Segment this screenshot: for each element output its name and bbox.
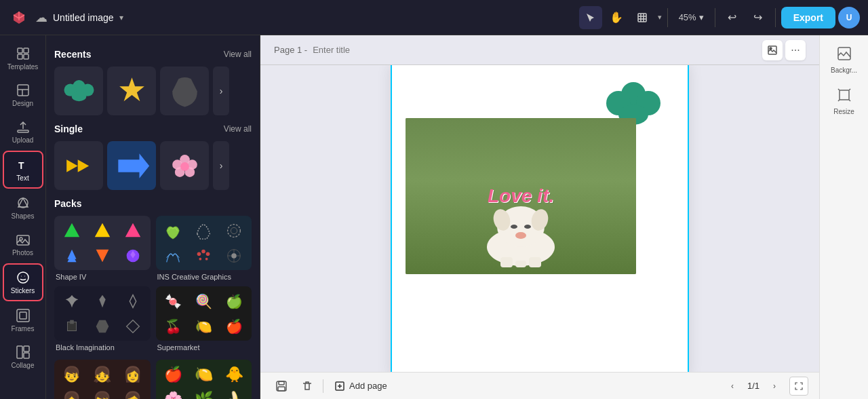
sticker-single-1[interactable] [54,141,103,190]
sidebar-item-label: Design [12,100,33,107]
canvas-photo[interactable]: Love it. [406,118,636,274]
pack-shape-iv[interactable]: Shape IV [54,216,151,281]
recents-scroll-arrow[interactable]: › [213,66,229,115]
canvas-love-text[interactable]: Love it. [488,185,554,207]
packs-grid: Shape IV [54,216,252,352]
canvas-frame: Love it. [391,65,689,372]
add-page-label: Add page [349,381,387,391]
redo-button[interactable]: ↪ [747,6,770,29]
bottom-save-button[interactable] [271,376,292,396]
right-panel: Backgr... Resize [819,35,868,399]
sticker-recent-2[interactable] [107,66,156,115]
recents-view-all-button[interactable]: View all [224,50,252,59]
single-grid: › [54,141,252,190]
sidebar-item-upload[interactable]: Upload [3,114,43,149]
export-button[interactable]: Export [781,7,835,28]
pack-nature-preview: 🍎 🍋 🐥 🌸 🌿 🍌 [156,360,252,399]
pack-shape-iv-preview [54,216,151,270]
sidebar-item-photos[interactable]: Photos [3,227,43,262]
single-view-all-button[interactable]: View all [224,124,252,134]
sidebar-item-label: Text [16,174,28,182]
svg-point-47 [197,252,201,256]
packs-title: Packs [54,198,81,209]
canvas-photo-image: Love it. [406,118,636,274]
right-panel-resize[interactable]: Resize [824,82,864,121]
user-avatar[interactable]: U [838,7,860,28]
svg-rect-19 [17,309,29,322]
pack-characters-1[interactable]: 👦 👧 👩 👧 👦 👩 [54,360,151,399]
sidebar-item-shapes[interactable]: Shapes [3,190,43,225]
pack-ins-creative[interactable]: INS Creative Graphics [156,216,252,281]
svg-marker-40 [125,223,140,237]
svg-rect-0 [638,14,646,22]
bottom-bar: Add page ‹ 1/1 › [260,372,819,399]
sidebar-item-stickers[interactable]: Stickers [3,263,43,301]
title-chevron-icon: ▾ [119,13,123,22]
sidebar-item-frames[interactable]: Frames [3,303,43,338]
background-icon [837,46,852,64]
svg-rect-78 [279,381,284,385]
canvas-more-options-button[interactable]: ··· [785,40,806,60]
bottom-divider [323,379,323,393]
pack-black-imagination-preview [54,286,151,341]
pack-supermarket-preview: 🍬 🍭 🍏 🍒 🍋 🍎 [156,286,252,341]
cloud-save-icon: ☁ [35,10,47,25]
sticker-recent-1[interactable] [54,66,103,115]
pack-black-imagination-label: Black Imagination [54,343,151,352]
page-title-input[interactable] [313,45,427,55]
svg-marker-28 [119,77,144,101]
canvas-toolbar: Page 1 - ··· [260,35,819,65]
pack-black-imagination[interactable]: Black Imagination [54,286,151,352]
undo-button[interactable]: ↩ [721,6,744,29]
sidebar-item-design[interactable]: Design [3,77,43,113]
canvas-image-tool-button[interactable] [762,40,783,60]
expand-button[interactable] [789,377,808,396]
app-logo[interactable] [8,7,30,28]
document-title-area[interactable]: Untitled image ▾ [53,12,123,23]
hand-tool-button[interactable]: ✋ [605,6,628,29]
svg-rect-20 [20,312,26,319]
sidebar-item-collage[interactable]: Collage [3,339,43,375]
right-panel-background[interactable]: Backgr... [824,41,864,79]
svg-point-18 [18,272,28,283]
pack-supermarket[interactable]: 🍬 🍭 🍏 🍒 🍋 🍎 Supermarket [156,286,252,352]
zoom-selector[interactable]: 45% ▾ [673,10,709,25]
frame-tool-button[interactable] [631,6,654,29]
sticker-recent-3[interactable] [160,66,209,115]
svg-rect-79 [278,387,285,391]
single-scroll-arrow[interactable]: › [213,141,229,190]
svg-point-46 [231,227,237,233]
svg-rect-21 [17,346,22,358]
prev-page-button[interactable]: ‹ [723,377,742,396]
svg-rect-5 [18,48,22,53]
add-page-button[interactable]: Add page [329,378,393,394]
sticker-single-3[interactable] [160,141,209,190]
page-counter: 1/1 [747,381,760,391]
sidebar-item-label: Shapes [12,212,35,220]
sidebar-item-label: Templates [7,63,39,71]
frame-tool-chevron-icon: ▾ [658,13,662,22]
svg-marker-60 [127,320,140,332]
sticker-single-2[interactable] [107,141,156,190]
sidebar-item-text[interactable]: T Text [3,151,43,189]
next-page-button[interactable]: › [765,377,784,396]
svg-point-50 [199,257,202,260]
svg-point-73 [515,232,526,239]
resize-icon [837,88,852,106]
svg-rect-12 [18,130,28,132]
svg-point-62 [770,48,772,50]
pack-ins-preview [156,216,252,270]
select-tool-button[interactable] [579,6,602,29]
left-sidebar: Templates Design Upload T Text S [0,35,46,399]
recents-title: Recents [54,49,91,60]
bottom-delete-button[interactable] [297,376,317,396]
svg-point-48 [201,249,205,253]
sidebar-item-templates[interactable]: Templates [3,41,43,76]
svg-rect-9 [18,85,28,96]
svg-text:T: T [18,160,24,171]
svg-marker-57 [130,294,136,307]
pack-nature[interactable]: 🍎 🍋 🐥 🌸 🌿 🍌 [156,360,252,399]
resize-label: Resize [833,108,854,115]
canvas-viewport[interactable]: Love it. [260,65,819,372]
svg-point-55 [232,253,237,258]
